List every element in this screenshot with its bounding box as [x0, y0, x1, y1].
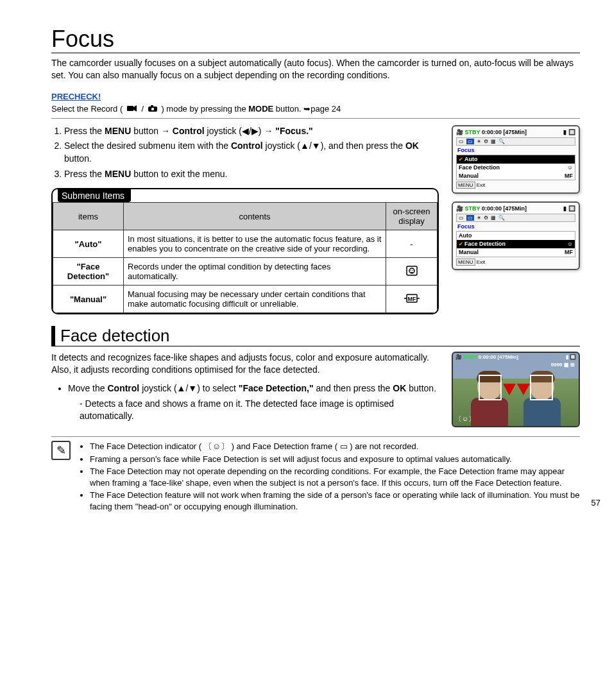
- precheck-text: Select the Record ( / ) mode by pressing…: [51, 104, 580, 119]
- precheck-suffix: button. ➥page 24: [276, 104, 341, 114]
- table-row: "Manual" Manual focusing may be necessar…: [53, 286, 438, 313]
- menu-tabs: ▭▭☀⚙▦🔍: [456, 214, 575, 223]
- child-body: [523, 398, 561, 427]
- menu-item-manual[interactable]: ManualMF: [457, 172, 575, 180]
- video-camera-icon: [126, 105, 138, 114]
- face-frame: [479, 375, 502, 400]
- menu-item-auto[interactable]: Auto: [457, 232, 575, 240]
- mf-icon: MF: [565, 249, 573, 256]
- face-body: It detects and recognizes face-like shap…: [51, 352, 439, 376]
- face-dash: Detects a face and shows a frame on it. …: [80, 398, 439, 423]
- menu-heading: Focus: [457, 147, 575, 154]
- face-indicator-icon: 〔☺〕: [455, 414, 475, 423]
- menu-item-manual[interactable]: ManualMF: [457, 248, 575, 257]
- col-osd: on-screen display: [386, 203, 438, 230]
- camera-mode-icon: 🎥: [456, 129, 463, 135]
- mf-icon: MF: [565, 173, 573, 180]
- menu-exit[interactable]: MENU Exit: [456, 259, 575, 266]
- face-detection-preview: 🎥 STBY 0:00:00 [475Min]▮ 🔲 9999 ▦ ⊞ 〔☺〕: [452, 352, 580, 427]
- page-title: Focus: [51, 26, 580, 53]
- camera-mode-icon: 🎥: [456, 205, 463, 212]
- precheck-mid: ) mode by pressing the: [161, 104, 248, 114]
- arrow-icon: [517, 384, 530, 395]
- col-items: items: [53, 203, 124, 230]
- svg-marker-1: [133, 105, 137, 112]
- battery-icon: ▮ 🔲: [563, 205, 575, 212]
- menu-screen-auto: 🎥 STBY 0:00:00 [475Min]▮ 🔲 ▭▭☀⚙▦🔍 Focus …: [452, 125, 580, 194]
- table-row: "Face Detection" Records under the optim…: [53, 258, 438, 286]
- menu-item-auto[interactable]: ✔Auto: [457, 155, 575, 164]
- face-bullet: Move the Control joystick (▲/▼) to selec…: [68, 382, 439, 423]
- submenu-table: items contents on-screen display "Auto" …: [53, 202, 438, 313]
- note-box: ✎ The Face Detection indicator ( 〔☺〕 ) a…: [51, 436, 580, 513]
- camera-icon: 🎥: [455, 354, 462, 360]
- battery-icon: ▮ 🔲: [563, 129, 575, 136]
- menu-tabs: ▭▭☀⚙▦🔍: [456, 137, 575, 146]
- page-number: 57: [591, 498, 600, 508]
- manual-focus-icon: MF: [386, 286, 438, 313]
- steps-list: Press the MENU button → Control joystick…: [64, 125, 439, 180]
- submenu-tab: Submenu Items: [58, 189, 131, 202]
- menu-exit[interactable]: MENU Exit: [456, 182, 575, 189]
- step-3: Press the MENU button to exit the menu.: [64, 168, 439, 181]
- col-contents: contents: [124, 203, 386, 230]
- battery-icon: ▮ 🔲: [566, 354, 576, 360]
- face-detection-title: Face detection: [51, 326, 580, 346]
- menu-heading: Focus: [457, 223, 575, 230]
- step-1: Press the MENU button → Control joystick…: [64, 125, 439, 138]
- menu-screen-face: 🎥 STBY 0:00:00 [475Min]▮ 🔲 ▭▭☀⚙▦🔍 Focus …: [452, 201, 580, 270]
- arrow-icon: [503, 384, 516, 395]
- svg-point-8: [412, 269, 413, 271]
- note-item: Framing a person's face while Face Detec…: [90, 454, 580, 465]
- submenu-box: Submenu Items items contents on-screen d…: [51, 188, 439, 314]
- child-body: [471, 398, 508, 427]
- svg-rect-3: [151, 105, 153, 107]
- face-detection-icon: [386, 258, 438, 286]
- photo-camera-icon: [148, 105, 158, 114]
- notes-list: The Face Detection indicator ( 〔☺〕 ) and…: [90, 441, 580, 513]
- menu-item-face[interactable]: Face Detection☺: [457, 164, 575, 172]
- face-frame: [530, 375, 553, 400]
- note-item: The Face Detection feature will not work…: [90, 490, 580, 512]
- face-icon: ☺: [567, 164, 573, 171]
- svg-rect-5: [407, 266, 417, 275]
- step-2: Select the desired submenu item with the…: [64, 140, 439, 165]
- menu-item-face[interactable]: ✔Face Detection☺: [457, 240, 575, 248]
- svg-point-7: [410, 269, 411, 271]
- precheck-prefix: Select the Record (: [51, 104, 125, 114]
- intro-text: The camcorder usually focuses on a subje…: [51, 57, 580, 81]
- mode-word: MODE: [248, 104, 273, 114]
- note-icon: ✎: [51, 441, 71, 460]
- table-row: "Auto" In most situations, it is better …: [53, 230, 438, 258]
- precheck-label: PRECHECK!: [51, 92, 580, 101]
- slash: /: [142, 104, 146, 114]
- face-icon: ☺: [567, 241, 573, 248]
- note-item: The Face Detection indicator ( 〔☺〕 ) and…: [90, 441, 580, 452]
- svg-rect-0: [127, 106, 133, 111]
- svg-text:MF: MF: [407, 296, 416, 302]
- note-item: The Face Detection may not operate depen…: [90, 466, 580, 488]
- svg-point-4: [151, 108, 154, 110]
